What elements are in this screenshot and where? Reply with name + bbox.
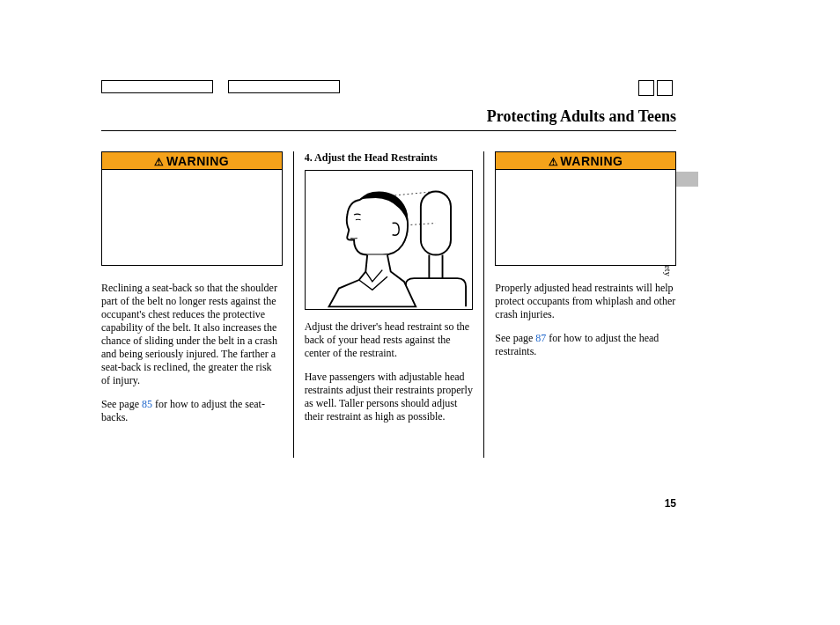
section-heading-4: 4. Adjust the Head Restraints: [305, 151, 474, 165]
svg-rect-0: [421, 191, 451, 254]
warning-triangle-icon: ⚠: [154, 156, 165, 168]
column-1: ⚠WARNING Reclining a seat-back so that t…: [101, 151, 293, 458]
col1-p2-text-a: See page: [101, 398, 142, 410]
crop-mark-box-2: [228, 80, 340, 93]
col2-paragraph-1: Adjust the driver's head restraint so th…: [305, 320, 474, 360]
warning-label: WARNING: [560, 154, 623, 168]
thumb-tab: [675, 172, 698, 187]
page: Protecting Adults and Teens Driver and P…: [0, 0, 840, 625]
column-2: 4. Adjust the Head Restraints: [293, 151, 485, 458]
page-ref-85[interactable]: 85: [142, 398, 152, 410]
page-ref-87[interactable]: 87: [535, 332, 546, 344]
col3-paragraph-2: See page 87 for how to adjust the head r…: [495, 332, 676, 358]
warning-label: WARNING: [166, 154, 229, 168]
crop-mark-square-1: [638, 80, 654, 96]
crop-mark-box-1: [101, 80, 213, 93]
page-number: 15: [665, 497, 676, 510]
head-restraint-illustration: [305, 170, 474, 310]
col1-paragraph-1: Reclining a seat-back so that the should…: [101, 282, 283, 387]
crop-mark-square-2: [657, 80, 673, 96]
warning-header-left: ⚠WARNING: [102, 152, 282, 170]
headrest-svg-icon: [306, 171, 473, 309]
title-rule: [101, 130, 676, 131]
col1-paragraph-2: See page 85 for how to adjust the seat-b…: [101, 398, 283, 424]
col3-p2-text-a: See page: [495, 332, 535, 344]
warning-header-right: ⚠WARNING: [496, 152, 675, 170]
content-columns: ⚠WARNING Reclining a seat-back so that t…: [101, 151, 676, 458]
warning-body-right: [496, 170, 675, 265]
warning-body-left: [102, 170, 282, 265]
page-title: Protecting Adults and Teens: [487, 107, 676, 126]
warning-box-right: ⚠WARNING: [495, 151, 676, 266]
col3-paragraph-1: Properly adjusted head restraints will h…: [495, 282, 676, 321]
warning-triangle-icon: ⚠: [549, 156, 559, 168]
col2-paragraph-2: Have passengers with adjustable head res…: [305, 371, 474, 423]
column-3: ⚠WARNING Properly adjusted head restrain…: [484, 151, 676, 458]
warning-box-left: ⚠WARNING: [101, 151, 283, 266]
